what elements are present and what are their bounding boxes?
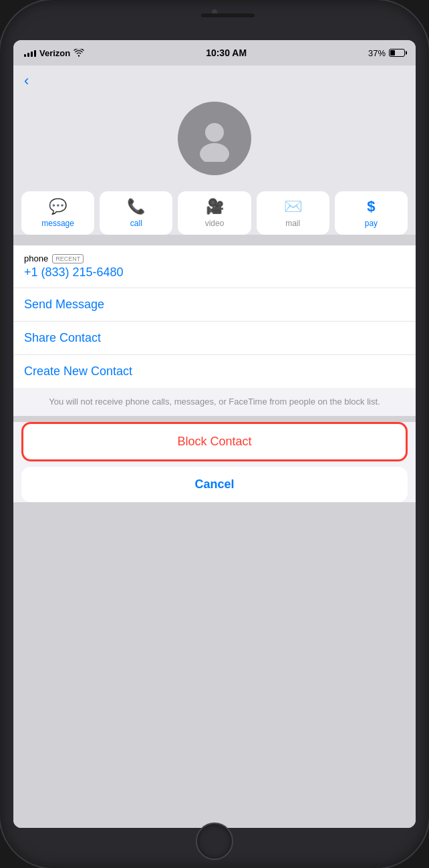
status-time: 10:30 AM — [206, 47, 247, 58]
battery-fill — [390, 50, 395, 56]
pay-button[interactable]: $ pay — [335, 191, 408, 235]
video-icon: 🎥 — [206, 198, 224, 215]
send-message-item[interactable]: Send Message — [13, 288, 416, 322]
cancel-label: Cancel — [194, 477, 234, 491]
signal-bar-3 — [31, 51, 33, 57]
block-contact-button[interactable]: Block Contact — [21, 422, 408, 461]
svg-point-0 — [205, 123, 224, 142]
back-button[interactable]: ‹ — [13, 66, 416, 88]
mail-button[interactable]: ✉️ mail — [257, 191, 329, 235]
message-icon: 💬 — [49, 198, 67, 215]
mail-icon: ✉️ — [284, 198, 302, 215]
mail-label: mail — [285, 219, 300, 228]
avatar-section — [13, 88, 416, 191]
battery-outline — [389, 49, 405, 57]
block-contact-label: Block Contact — [177, 435, 251, 448]
signal-bars — [24, 49, 36, 57]
contact-card: ‹ 💬 message — [13, 66, 416, 235]
call-icon: 📞 — [127, 198, 145, 215]
message-label: message — [41, 219, 74, 228]
battery-indicator — [389, 49, 405, 57]
content-area: ‹ 💬 message — [13, 66, 416, 828]
phone-frame: Verizon 10:30 AM 37% — [0, 0, 429, 868]
status-right: 37% — [368, 48, 405, 58]
status-left: Verizon — [24, 48, 84, 58]
create-new-contact-label: Create New Contact — [24, 364, 132, 378]
block-warning: You will not receive phone calls, messag… — [13, 388, 416, 417]
phone-label-row: phone RECENT — [24, 253, 405, 263]
signal-bar-1 — [24, 54, 26, 57]
call-label: call — [130, 219, 142, 228]
signal-bar-4 — [34, 50, 36, 57]
carrier-label: Verizon — [39, 48, 70, 58]
send-message-label: Send Message — [24, 298, 104, 311]
phone-number[interactable]: +1 (833) 215-6480 — [24, 265, 405, 280]
cancel-button[interactable]: Cancel — [21, 467, 408, 502]
phone-screen: Verizon 10:30 AM 37% — [13, 40, 416, 828]
share-contact-label: Share Contact — [24, 331, 101, 344]
action-sheet: Block Contact Cancel — [13, 422, 416, 502]
message-button[interactable]: 💬 message — [21, 191, 94, 235]
phone-row: phone RECENT +1 (833) 215-6480 — [13, 245, 416, 288]
speaker — [201, 13, 255, 17]
signal-bar-2 — [27, 53, 29, 57]
pay-label: pay — [365, 219, 378, 228]
video-button[interactable]: 🎥 video — [178, 191, 251, 235]
home-button[interactable] — [196, 823, 233, 860]
back-chevron-icon: ‹ — [24, 74, 29, 88]
status-bar: Verizon 10:30 AM 37% — [13, 40, 416, 66]
video-label: video — [205, 219, 225, 228]
phone-label-text: phone — [24, 253, 48, 263]
create-new-contact-item[interactable]: Create New Contact — [13, 355, 416, 388]
battery-percent: 37% — [368, 48, 386, 58]
wifi-icon — [74, 49, 84, 57]
share-contact-item[interactable]: Share Contact — [13, 322, 416, 355]
pay-icon: $ — [367, 198, 375, 215]
recent-badge: RECENT — [52, 254, 84, 263]
avatar-silhouette — [191, 115, 238, 162]
avatar — [178, 102, 251, 175]
info-section: phone RECENT +1 (833) 215-6480 Send Mess… — [13, 245, 416, 417]
block-warning-text: You will not receive phone calls, messag… — [49, 397, 380, 407]
action-buttons: 💬 message 📞 call 🎥 video ✉️ mail — [13, 191, 416, 235]
call-button[interactable]: 📞 call — [100, 191, 172, 235]
svg-point-1 — [200, 143, 229, 162]
